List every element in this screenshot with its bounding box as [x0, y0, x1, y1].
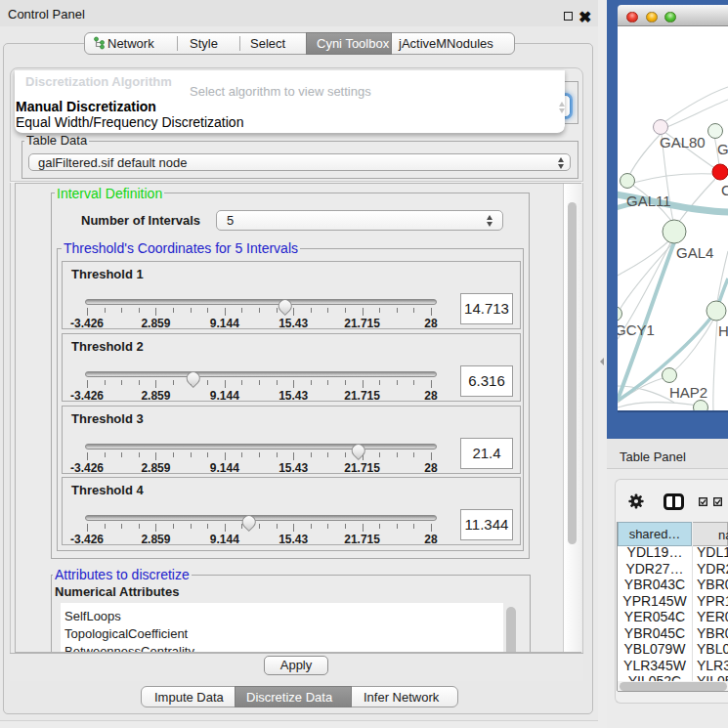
svg-text:GAL80: GAL80 — [660, 134, 706, 150]
svg-text:GAL11: GAL11 — [626, 193, 671, 209]
svg-text:HAP2: HAP2 — [669, 384, 707, 401]
svg-text:GA: GA — [717, 141, 728, 157]
svg-text:H: H — [718, 322, 728, 339]
svg-text:C: C — [721, 182, 728, 198]
svg-text:GCY1: GCY1 — [618, 321, 655, 338]
svg-text:GAL4: GAL4 — [676, 244, 713, 261]
